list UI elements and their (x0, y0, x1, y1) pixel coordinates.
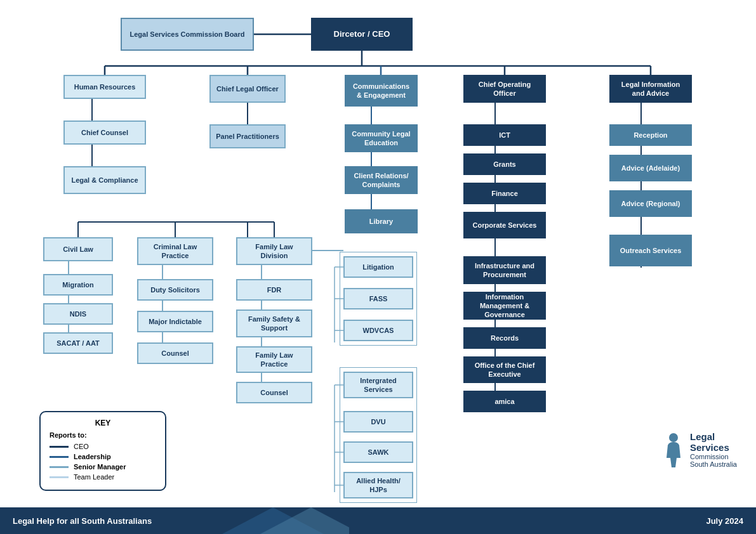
key-box: KEY Reports to: CEO Leadership Senior Ma… (39, 411, 166, 491)
integrated-services-node: Intergrated Services (343, 372, 413, 398)
info-mgmt-node: Information Management & Governance (463, 292, 546, 320)
logo-text: Legal Services Commission South Australi… (690, 431, 737, 468)
coo-node: Chief Operating Officer (463, 75, 546, 103)
advice-regional-node: Advice (Regional) (609, 190, 692, 217)
family-law-division-node: Family Law Division (236, 237, 312, 265)
panel-practitioners-node: Panel Practitioners (209, 124, 286, 148)
wdvcas-node: WDVCAS (343, 320, 413, 341)
key-item-leadership: Leadership (50, 453, 156, 460)
key-line-ceo (50, 446, 69, 448)
ict-node: ICT (463, 124, 546, 146)
community-legal-edu-node: Community Legal Education (345, 124, 418, 152)
org-chart: Legal Services Commission Board Dircetor… (0, 0, 756, 507)
office-chief-exec-node: Office of the Chief Executive (463, 356, 546, 383)
civil-law-node: Civil Law (43, 237, 113, 261)
litigation-node: Litigation (343, 256, 413, 278)
chief-legal-officer-node: Chief Legal Officer (209, 75, 286, 103)
corporate-services-node: Corporate Services (463, 212, 546, 238)
family-law-practice-node: Family Law Practice (236, 346, 312, 373)
family-safety-node: Family Safety & Support (236, 309, 312, 337)
comm-engagement-node: Communications & Engagement (345, 75, 418, 107)
footer-wave (222, 507, 349, 534)
dvu-node: DVU (343, 411, 413, 433)
footer: Legal Help for all South Australians Jul… (0, 507, 756, 534)
allied-health-node: Allied Health/ HJPs (343, 472, 413, 498)
key-line-senior (50, 466, 69, 468)
duty-solicitors-node: Duty Solicitors (137, 279, 213, 301)
sacat-aat-node: SACAT / AAT (43, 332, 113, 354)
client-relations-node: Client Relations/ Complaints (345, 166, 418, 194)
advice-adelaide-node: Advice (Adelaide) (609, 155, 692, 181)
key-subtitle: Reports to: (50, 431, 156, 439)
hr-node: Human Resources (63, 75, 146, 99)
fdr-node: FDR (236, 279, 312, 301)
records-node: Records (463, 327, 546, 349)
chief-counsel-node: Chief Counsel (63, 120, 146, 145)
footer-left-text: Legal Help for all South Australians (13, 516, 152, 526)
footer-right-text: July 2024 (706, 516, 743, 526)
legal-compliance-node: Legal & Compliance (63, 166, 146, 194)
outreach-node: Outreach Services (609, 235, 692, 266)
board-node: Legal Services Commission Board (121, 18, 254, 51)
key-item-ceo: CEO (50, 443, 156, 450)
key-item-senior: Senior Manager (50, 463, 156, 471)
svg-point-60 (669, 433, 678, 442)
grants-node: Grants (463, 153, 546, 175)
logo-figure-icon (663, 433, 685, 467)
logo-area: Legal Services Commission South Australi… (663, 431, 737, 468)
fass-node: FASS (343, 288, 413, 309)
key-item-team: Team Leader (50, 473, 156, 481)
infra-procurement-node: Infrastructure and Procurement (463, 256, 546, 284)
key-line-leadership (50, 456, 69, 458)
sawk-node: SAWK (343, 441, 413, 463)
library-node: Library (345, 209, 418, 233)
key-line-team (50, 476, 69, 478)
migration-node: Migration (43, 274, 113, 296)
counsel1-node: Counsel (137, 342, 213, 364)
counsel2-node: Counsel (236, 382, 312, 403)
key-title: KEY (50, 419, 156, 427)
major-indictable-node: Major Indictable (137, 311, 213, 332)
amica-node: amica (463, 391, 546, 412)
finance-node: Finance (463, 183, 546, 204)
reception-node: Reception (609, 124, 692, 146)
ndis-node: NDIS (43, 303, 113, 325)
legal-info-node: Legal Information and Advice (609, 75, 692, 103)
criminal-law-practice-node: Criminal Law Practice (137, 237, 213, 265)
ceo-node: Dircetor / CEO (311, 18, 413, 51)
